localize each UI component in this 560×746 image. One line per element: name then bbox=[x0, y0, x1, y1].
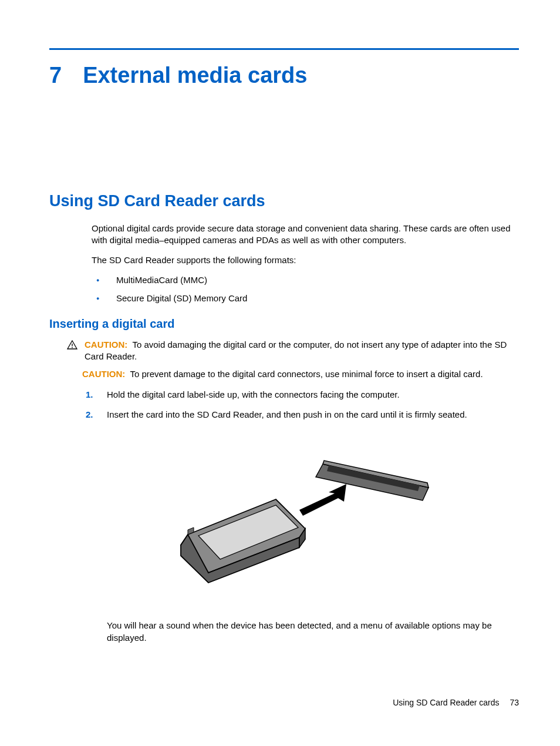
step-number: 2. bbox=[86, 409, 93, 421]
step-item: 1. Hold the digital card label-side up, … bbox=[82, 389, 519, 401]
step-number: 1. bbox=[86, 389, 93, 401]
caution-1: CAUTION: To avoid damaging the digital c… bbox=[67, 339, 519, 363]
section-body: Optional digital cards provide secure da… bbox=[92, 223, 519, 304]
intro-paragraph: Optional digital cards provide secure da… bbox=[92, 223, 519, 247]
post-illustration-text: You will hear a sound when the device ha… bbox=[107, 620, 519, 644]
sd-card-illustration bbox=[153, 446, 446, 599]
caution-2: CAUTION: To prevent damage to the digita… bbox=[82, 368, 519, 380]
footer-text: Using SD Card Reader cards bbox=[393, 698, 499, 707]
chapter-heading: 7 External media cards bbox=[49, 61, 519, 90]
supports-line: The SD Card Reader supports the followin… bbox=[92, 254, 519, 266]
caution-area: CAUTION: To avoid damaging the digital c… bbox=[82, 339, 519, 644]
chapter-title: External media cards bbox=[83, 61, 307, 90]
page-footer: Using SD Card Reader cards 73 bbox=[393, 697, 519, 708]
page-content: 7 External media cards Using SD Card Rea… bbox=[0, 0, 560, 644]
svg-point-1 bbox=[72, 347, 73, 348]
footer-page-number: 73 bbox=[510, 698, 519, 707]
steps-list: 1. Hold the digital card label-side up, … bbox=[82, 389, 519, 421]
section-title: Using SD Card Reader cards bbox=[49, 190, 519, 211]
caution-1-text: CAUTION: To avoid damaging the digital c… bbox=[85, 339, 519, 363]
list-item: MultiMediaCard (MMC) bbox=[92, 274, 519, 286]
subsection-title: Inserting a digital card bbox=[49, 316, 519, 332]
step-text: Insert the card into the SD Card Reader,… bbox=[107, 409, 467, 419]
formats-list: MultiMediaCard (MMC) Secure Digital (SD)… bbox=[92, 274, 519, 304]
caution-label: CAUTION: bbox=[85, 340, 127, 350]
caution-2-body: To prevent damage to the digital card co… bbox=[130, 369, 483, 379]
caution-1-body: To avoid damaging the digital card or th… bbox=[85, 340, 507, 361]
chapter-number: 7 bbox=[49, 61, 62, 90]
list-item: Secure Digital (SD) Memory Card bbox=[92, 293, 519, 304]
step-text: Hold the digital card label-side up, wit… bbox=[107, 389, 400, 399]
caution-label: CAUTION: bbox=[82, 369, 125, 379]
top-rule bbox=[49, 48, 519, 50]
step-item: 2. Insert the card into the SD Card Read… bbox=[82, 409, 519, 421]
caution-icon bbox=[67, 340, 77, 352]
